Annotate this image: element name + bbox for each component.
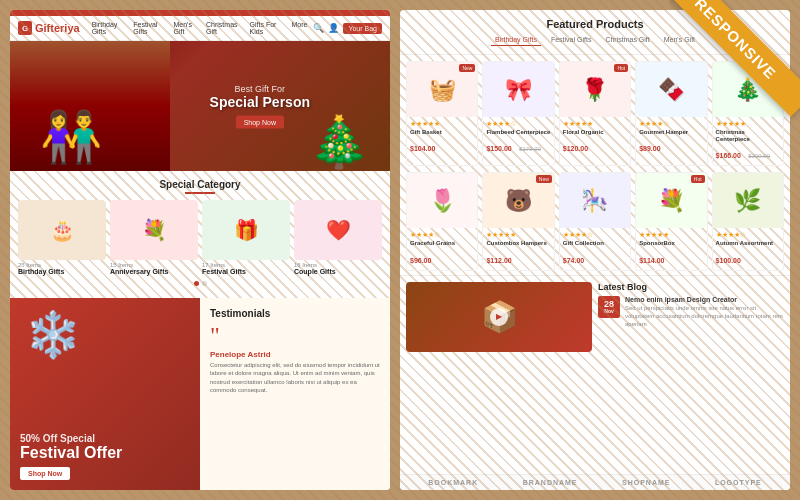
product-price-4: $166.00	[716, 152, 741, 159]
blog-section-title: Latest Blog	[598, 282, 784, 292]
hero-subtitle: Best Gift For	[210, 84, 310, 94]
category-image-birthday: 🎂	[18, 200, 106, 260]
category-image-anniversary: 💐	[110, 200, 198, 260]
nav-mens[interactable]: Men's Gift	[174, 21, 201, 35]
product-info-r2-3: ★★★★★ SponsorBox $114.00	[636, 228, 706, 269]
product-info-r2-1: ★★★★★ Custombox Hampers $112.00	[483, 228, 553, 269]
product-info-0: ★★★★★ Gift Basket $104.00	[407, 117, 477, 158]
product-name-3: Gourmet Hamper	[639, 129, 703, 136]
testimonial-content: Consectetur adipiscing elit, sed do eius…	[210, 361, 380, 395]
festival-offer-block: ❄️ 50% Off Special Festival Offer Shop N…	[10, 298, 200, 490]
product-price-r2-1: $112.00	[486, 257, 511, 264]
cat-name-couple: Couple Gifts	[294, 268, 382, 275]
special-category-title: Special Category	[18, 179, 382, 190]
product-image-r2-4: 🌿	[713, 173, 783, 228]
product-old-price-4: $200.00	[748, 153, 770, 159]
product-rating-0: ★★★★★	[410, 120, 474, 128]
blog-content: Latest Blog 28 Nov Nemo enim ipsam Desig…	[598, 282, 784, 468]
blog-section: 📦 ▶ Latest Blog 28 Nov Nemo enim ipsam D…	[400, 275, 790, 474]
search-icon[interactable]: 🔍	[313, 23, 324, 33]
dot-1[interactable]	[194, 281, 199, 286]
product-price-r2-3: $114.00	[639, 257, 664, 264]
hero-title: Special Person	[210, 94, 310, 111]
category-card-couple[interactable]: ❤️ 16 Items Couple Gifts	[294, 200, 382, 277]
testimonial-author: Penelope Astrid	[210, 350, 380, 359]
product-image-r2-2: 🎠	[560, 173, 630, 228]
logo[interactable]: G Gifteriya	[18, 21, 80, 35]
product-rating-r2-2: ★★★★☆	[563, 231, 627, 239]
hero-shop-button[interactable]: Shop Now	[236, 115, 284, 128]
product-name-r2-1: Custombox Hampers	[486, 240, 550, 247]
tab-festival-gifts[interactable]: Festival Gifts	[547, 34, 595, 46]
play-button[interactable]: ▶	[490, 308, 508, 326]
cart-button[interactable]: Your Bag	[343, 23, 382, 34]
testimonials-title: Testimonials	[210, 308, 380, 319]
product-name-r2-3: SponsorBox	[639, 240, 703, 247]
special-category-section: Special Category 🎂 25 Items Birthday Gif…	[10, 171, 390, 298]
blog-date-0: 28 Nov	[598, 296, 620, 318]
brand-3: LOGOTYPE	[715, 479, 762, 486]
blog-text-0: Nemo enim ipsam Design Creator Sed ut pe…	[625, 296, 784, 329]
products-row-2: 🌷 ★★★★☆ Graceful Grains $96.00 🐻 New ★★★…	[400, 172, 790, 274]
product-card-1[interactable]: 🎀 ★★★★☆ Flambeed Centerpiece $150.00 $17…	[482, 61, 554, 166]
product-price-3: $89.00	[639, 145, 660, 152]
product-info-r2-0: ★★★★☆ Graceful Grains $96.00	[407, 228, 477, 269]
snowflake-decoration: ❄️	[25, 308, 81, 361]
product-card-2[interactable]: 🌹 Hot ★★★★★ Floral Organic $120.00	[559, 61, 631, 166]
category-info-couple: 16 Items Couple Gifts	[294, 260, 382, 277]
product-rating-2: ★★★★★	[563, 120, 627, 128]
festival-percent: 50% Off Special	[20, 433, 190, 444]
nav-birthday[interactable]: Birthday Gifts	[92, 21, 128, 35]
navigation-bar: G Gifteriya Birthday Gifts Festival Gift…	[10, 16, 390, 41]
category-info-festival: 17 Items Festival Gifts	[202, 260, 290, 277]
main-wrapper: RESPONSIVE G Gifteriya Birthday Gifts Fe…	[0, 0, 800, 500]
product-info-r2-4: ★★★★☆ Autumn Assortment $100.00	[713, 228, 783, 269]
category-card-anniversary[interactable]: 💐 15 Items Anniversary Gifts	[110, 200, 198, 277]
product-image-1: 🎀	[483, 62, 553, 117]
logo-icon: G	[18, 21, 32, 35]
product-name-r2-0: Graceful Grains	[410, 240, 474, 247]
category-card-festival[interactable]: 🎁 17 Items Festival Gifts	[202, 200, 290, 277]
brand-1: BRANDNAME	[523, 479, 578, 486]
product-card-r2-1[interactable]: 🐻 New ★★★★★ Custombox Hampers $112.00	[482, 172, 554, 270]
product-price-1: $150.00	[486, 145, 511, 152]
category-image-couple: ❤️	[294, 200, 382, 260]
tab-christmas-gift[interactable]: Christmas Gift	[601, 34, 653, 46]
nav-kids[interactable]: Gifts For Kids	[250, 21, 286, 35]
product-name-1: Flambeed Centerpiece	[486, 129, 550, 136]
carousel-dots	[18, 281, 382, 286]
product-card-r2-2[interactable]: 🎠 ★★★★☆ Gift Collection $74.00	[559, 172, 631, 270]
product-badge-r2-1: New	[536, 175, 552, 183]
product-rating-r2-3: ★★★★★	[639, 231, 703, 239]
product-card-r2-4[interactable]: 🌿 ★★★★☆ Autumn Assortment $100.00	[712, 172, 784, 270]
product-name-2: Floral Organic	[563, 129, 627, 136]
blog-item-title-0: Nemo enim ipsam Design Creator	[625, 296, 784, 304]
product-image-r2-0: 🌷	[407, 173, 477, 228]
nav-icons: 🔍 👤 Your Bag	[313, 23, 382, 34]
nav-festival[interactable]: Festival Gifts	[133, 21, 167, 35]
product-card-r2-0[interactable]: 🌷 ★★★★☆ Graceful Grains $96.00	[406, 172, 478, 270]
product-price-2: $120.00	[563, 145, 588, 152]
logo-text: Gifteriya	[35, 22, 80, 34]
nav-more[interactable]: More	[292, 21, 308, 35]
product-card-0[interactable]: 🧺 New ★★★★★ Gift Basket $104.00	[406, 61, 478, 166]
product-name-r2-4: Autumn Assortment	[716, 240, 780, 247]
product-badge-0: New	[459, 64, 475, 72]
testimonials-block: Testimonials " Penelope Astrid Consectet…	[200, 298, 390, 490]
brand-2: SHOPNAME	[622, 479, 670, 486]
festival-shop-button[interactable]: Shop Now	[20, 467, 70, 480]
user-icon[interactable]: 👤	[328, 23, 339, 33]
product-card-r2-3[interactable]: 💐 Hot ★★★★★ SponsorBox $114.00	[635, 172, 707, 270]
dot-2[interactable]	[202, 281, 207, 286]
category-info-birthday: 25 Items Birthday Gifts	[18, 260, 106, 277]
product-price-r2-4: $100.00	[716, 257, 741, 264]
nav-christmas[interactable]: Christmas Gift	[206, 21, 244, 35]
blog-featured-image: 📦 ▶	[406, 282, 592, 352]
brands-bar: BOOKMARK BRANDNAME SHOPNAME LOGOTYPE	[400, 474, 790, 490]
cat-name-anniversary: Anniversary Gifts	[110, 268, 198, 275]
hero-tree-decoration: 🎄	[308, 113, 370, 171]
tab-birthday-gifts[interactable]: Birthday Gifts	[491, 34, 541, 46]
category-card-birthday[interactable]: 🎂 25 Items Birthday Gifts	[18, 200, 106, 277]
product-old-price-1: $179.00	[519, 146, 541, 152]
quote-mark: "	[210, 323, 380, 347]
